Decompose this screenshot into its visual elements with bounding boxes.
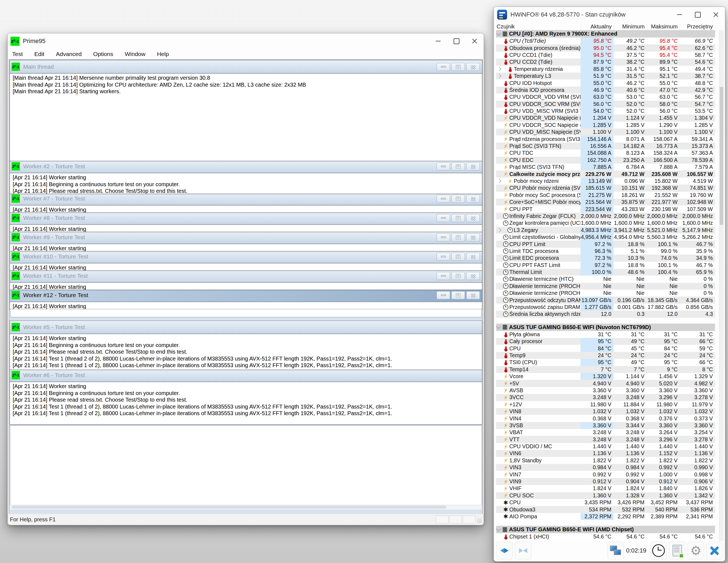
worker-titlebar[interactable]: 2p-1Worker #6 - Torture Test — [10, 369, 482, 382]
report-button[interactable] — [669, 542, 686, 559]
resize-grip[interactable] — [477, 519, 481, 523]
minimize-button[interactable] — [437, 195, 450, 203]
sensor-row[interactable]: ⚡3VSB3.360 V3.344 V3.360 V3.360 V — [496, 422, 715, 429]
sensor-row[interactable]: ⚡CPU VDDCR_SOC Napięcie (SVI3 T...1.285 … — [496, 122, 715, 128]
minimize-button[interactable] — [437, 253, 450, 261]
worker-log[interactable]: [Main thread Apr 21 16:14] Mersenne numb… — [10, 73, 482, 161]
sensor-row[interactable]: Płyta główna31 °C31 °C31 °C31 °C — [496, 331, 715, 338]
column-aktualny[interactable]: Aktualny — [581, 23, 614, 30]
sensor-row[interactable]: CPU IOD Hotspot55.0 °C46.2 °C55.0 °C48.8… — [496, 79, 715, 86]
sensor-row[interactable]: CPU CCD1 (Tdie)94.5 °C37.5 °C95.4 °C58.7… — [496, 52, 715, 58]
worker-log[interactable]: [Apr 21 16:14] Worker starting — [10, 224, 482, 232]
minimize-button[interactable] — [437, 214, 450, 222]
worker-log[interactable]: [Apr 21 16:14] Worker starting — [10, 205, 482, 212]
minimize-button[interactable] — [670, 7, 689, 22]
menu-advanced[interactable]: Advanced — [56, 51, 82, 57]
sensor-row[interactable]: ⚡VIN70.992 V0.992 V1.000 V0.998 V — [496, 471, 715, 478]
sensor-row[interactable]: CPU84 °C45 °C84 °C59 °C — [496, 345, 715, 352]
sensor-row[interactable]: Średnia liczba aktywnych rdzeni12.00.312… — [496, 311, 715, 318]
close-button[interactable] — [707, 7, 725, 22]
worker-titlebar[interactable]: 2p-1Worker #12 - Torture Test — [10, 289, 482, 302]
worker-log[interactable]: [Apr 21 16:14] Worker starting — [10, 244, 482, 251]
sensor-row[interactable]: ⚡CPU PPT223.544 W43.283 W230.198 W107.50… — [496, 205, 715, 212]
close-sensors-button[interactable] — [706, 542, 723, 559]
sensor-row[interactable]: CPU VDDCR_SOC VRM (SVI3 TFN)56.0 °C52.0 … — [496, 101, 715, 108]
restore-button[interactable] — [451, 162, 465, 170]
close-button[interactable] — [466, 233, 480, 241]
sensor-row[interactable]: Przepustowość odczytu DRAM13.097 GB/s0.1… — [496, 297, 715, 304]
sensor-row[interactable]: Zegar kontrolera pamięci (UCLK)1,600.0 M… — [496, 219, 715, 226]
worker-titlebar[interactable]: 2p-1Worker #5 - Torture Test — [10, 321, 482, 334]
chevron-down-icon[interactable] — [496, 527, 501, 531]
sensor-group-header[interactable]: CPU [#0]: AMD Ryzen 9 7900X: Enhanced — [496, 30, 715, 37]
worker-titlebar[interactable]: 2p-1Worker #9 - Torture Test — [10, 231, 482, 244]
sensor-row[interactable]: Thermal Limit100.0 %48.6 %100.4 %65.9 % — [496, 269, 715, 275]
sensor-row[interactable]: ⚡Vcore1.320 V1.144 V1.456 V1.329 V — [496, 373, 715, 380]
sensor-row[interactable]: ⚡CPU EDC162.750 A23.250 A166.500 A78.539… — [496, 157, 715, 163]
sensor-row[interactable]: TSI0 (CPU)95 °C49 °C95 °C66 °C — [496, 359, 715, 366]
maximize-button[interactable] — [447, 33, 465, 49]
sensor-row[interactable]: ⚡VBAT3.248 V3.248 V3.264 V3.254 V — [496, 429, 715, 436]
minimize-button[interactable] — [437, 291, 450, 299]
horizontal-scrollbar[interactable] — [10, 505, 482, 510]
worker-log[interactable]: [Apr 21 16:14] Worker starting — [10, 283, 482, 290]
sensor-row[interactable]: ⚡CPU VDDIO / MC1.440 V1.440 V1.440 V1.44… — [496, 443, 715, 450]
worker-titlebar[interactable]: 2p-1Worker #8 - Torture Test — [10, 211, 482, 224]
sensor-row[interactable]: ⚡CPU VDD_MISC Napięcie (SVI3 TFN)1.100 V… — [496, 128, 715, 135]
sensor-row[interactable]: ⚡VIN30.984 V0.984 V0.992 V0.990 V — [496, 464, 715, 471]
minimize-button[interactable] — [437, 233, 450, 241]
sensor-row[interactable]: ⚡Pobór mocy rdzeni13.149 W0.096 W15.802 … — [496, 178, 715, 184]
sensor-row[interactable]: CPU CCD2 (Tdie)87.9 °C38.2 °C89.9 °C54.6… — [496, 58, 715, 65]
menu-help[interactable]: Help — [157, 51, 169, 57]
remote-monitoring-button[interactable] — [607, 542, 624, 559]
collapse-columns-button[interactable] — [515, 542, 531, 559]
close-button[interactable] — [466, 291, 480, 299]
restore-button[interactable] — [451, 233, 465, 241]
sensor-row[interactable]: Dławienie termiczne (PROCHOT EXT)NieNieN… — [496, 290, 715, 297]
hwinfo-titlebar[interactable]: HWiNFO® 64 v8.28-5770 - Stan czujników — [494, 7, 725, 22]
horizontal-scrollbar-thumb[interactable] — [12, 506, 446, 509]
vertical-scrollbar[interactable] — [719, 30, 724, 541]
menu-edit[interactable]: Edit — [34, 51, 44, 57]
sensor-row[interactable]: CPU VDD_MISC VRM (SVI3 TFN)54.0 °C52.0 °… — [496, 108, 715, 114]
sensor-group-header[interactable]: ASUS TUF GAMING B650-E WIFI (Nuvoton NCT… — [496, 324, 715, 331]
minimize-button[interactable] — [437, 272, 450, 280]
sensor-row[interactable]: CPU (Tctl/Tdie)95.8 °C49.2 °C95.8 °C66.9… — [496, 37, 715, 44]
sensor-row[interactable]: ⚡CPU Pobór mocy rdzenia (SVI3 TFN)185.61… — [496, 184, 715, 191]
sensor-row[interactable]: Temperatury rdzenia85.8 °C31.4 °C95.1 °C… — [496, 66, 715, 73]
sensor-row[interactable]: ⚡Prąd MISC (SVI3 TFN)7.885 A6.784 A7.888… — [496, 163, 715, 170]
minimize-button[interactable] — [429, 33, 447, 49]
sensor-row[interactable]: ⚡AVSB3.360 V3.360 V3.360 V3.360 V — [496, 387, 715, 394]
sensor-row[interactable]: CPU PPT FAST Limit97.2 %18.8 %100.1 %46.… — [496, 262, 715, 269]
chevron-down-icon[interactable] — [496, 31, 501, 36]
sensor-row[interactable]: ⚡VIN90.912 V0.904 V0.912 V0.906 V — [496, 478, 715, 485]
sensor-row[interactable]: CPU VDDCR_VDD VRM (SVI3 TFN)63.0 °C53.0 … — [496, 93, 715, 100]
sensor-row[interactable]: ⚡CPU SOC1.360 V1.328 V1.360 V1.342 V — [496, 492, 715, 499]
sensor-row[interactable]: ⚡Pobór mocy SoC procesora (SVI3 ...21.27… — [496, 192, 715, 198]
sensor-row[interactable]: Dławienie termiczne (HTC)NieNieNie0 % — [496, 275, 715, 283]
sensor-row[interactable]: ⚡+5V4.940 V4.940 V5.020 V4.982 V — [496, 380, 715, 387]
chevron-right-icon[interactable] — [497, 179, 501, 183]
restore-button[interactable] — [451, 195, 465, 203]
sensor-row[interactable]: ⚡3VCC3.248 V3.248 V3.296 V3.278 V — [496, 394, 715, 401]
worker-log[interactable]: [Apr 21 16:14] Worker starting[Apr 21 16… — [10, 173, 482, 194]
sensor-row[interactable]: Temp924 °C24 °C24 °C24 °C — [496, 352, 715, 359]
restore-button[interactable] — [451, 63, 465, 71]
sensor-row[interactable]: ⚡VIN61.136 V1.136 V1.152 V1.136 V — [496, 450, 715, 457]
menu-window[interactable]: Window — [125, 51, 145, 57]
close-button[interactable] — [466, 195, 480, 203]
sensor-row[interactable]: ⚡Prąd rdzenia procesora (SVI3 TFN)154.14… — [496, 135, 715, 142]
restore-button[interactable] — [451, 214, 465, 222]
close-button[interactable] — [466, 272, 480, 280]
worker-titlebar[interactable]: 2p-1Worker #7 - Torture Test — [10, 192, 482, 205]
menu-test[interactable]: Test — [12, 51, 23, 57]
sensor-row[interactable]: ⚡CPU VDDCR_VDD Napięcie (SVI3 ...1.204 V… — [496, 114, 715, 121]
close-button[interactable] — [466, 253, 480, 261]
sensor-row[interactable]: ⚡Prąd SoC (SVI3 TFN)16.556 A14.182 A16.7… — [496, 143, 715, 149]
worker-titlebar[interactable]: 2p-1Main thread — [10, 60, 482, 73]
sensor-row[interactable]: ⚡Core+SoC+MISC Pobór mocy (SVI...215.564… — [496, 198, 715, 205]
restore-button[interactable] — [451, 291, 465, 299]
clock-button[interactable] — [650, 542, 667, 559]
sensor-row[interactable]: ⚡+12V11.980 V11.884 V11.980 V11.979 V — [496, 401, 715, 408]
settings-button[interactable]: ⚙ — [687, 542, 704, 559]
